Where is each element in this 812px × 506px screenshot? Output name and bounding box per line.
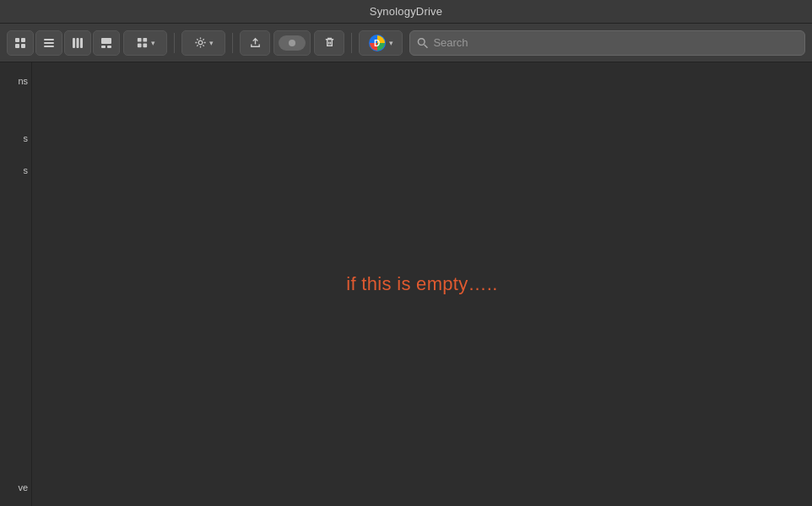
view-mode-group: [7, 30, 120, 56]
sidebar-item-2[interactable]: s: [0, 128, 31, 148]
svg-rect-5: [44, 42, 54, 44]
settings-chevron-icon: ▾: [209, 39, 214, 47]
svg-rect-16: [143, 43, 147, 47]
settings-dropdown-button[interactable]: ▾: [181, 30, 225, 56]
view-list-button[interactable]: [35, 30, 62, 56]
svg-point-23: [418, 38, 425, 45]
svg-rect-9: [80, 38, 83, 48]
svg-rect-10: [101, 38, 111, 44]
toolbar: ▾ ▾: [0, 24, 812, 62]
sidebar-item-1[interactable]: ns: [0, 71, 31, 91]
view-gallery-button[interactable]: [93, 30, 120, 56]
title-bar: SynologyDrive: [0, 0, 812, 24]
svg-rect-15: [137, 43, 141, 47]
window-title: SynologyDrive: [370, 5, 442, 18]
delete-button[interactable]: [314, 30, 344, 56]
tag-button[interactable]: [273, 30, 311, 56]
svg-rect-1: [21, 38, 25, 42]
sidebar-item-3[interactable]: s: [0, 160, 31, 180]
search-bar[interactable]: [409, 30, 805, 56]
svg-rect-14: [143, 38, 147, 42]
synology-drive-button[interactable]: D ▾: [359, 30, 403, 56]
svg-rect-7: [73, 38, 75, 48]
svg-rect-12: [107, 46, 111, 48]
toolbar-separator-2: [232, 33, 233, 53]
svg-rect-2: [15, 44, 19, 48]
svg-line-24: [425, 44, 428, 47]
search-input[interactable]: [433, 36, 798, 49]
svg-point-18: [289, 40, 295, 46]
svg-rect-8: [77, 38, 79, 48]
content-area: if this is empty…..: [32, 62, 812, 506]
search-icon: [417, 37, 428, 49]
drive-chevron-icon: ▾: [389, 39, 393, 47]
svg-rect-3: [21, 44, 25, 48]
share-button[interactable]: [240, 30, 270, 56]
main-area: ns s s ve if this is empty…..: [0, 62, 812, 506]
toolbar-separator-3: [351, 33, 352, 53]
svg-rect-11: [101, 46, 106, 48]
view-toggle-dropdown-button[interactable]: ▾: [123, 30, 167, 56]
svg-rect-4: [44, 39, 54, 40]
svg-rect-6: [44, 46, 54, 47]
view-toggle-chevron-icon: ▾: [151, 39, 155, 47]
toolbar-separator-1: [174, 33, 175, 53]
empty-message: if this is empty…..: [346, 273, 497, 295]
sidebar-item-4[interactable]: ve: [0, 477, 31, 498]
view-columns-button[interactable]: [64, 30, 91, 56]
svg-rect-0: [15, 38, 19, 42]
svg-text:D: D: [374, 39, 380, 48]
svg-rect-13: [137, 38, 141, 42]
view-grid-button[interactable]: [7, 30, 34, 56]
svg-point-17: [198, 40, 203, 45]
sidebar: ns s s ve: [0, 62, 32, 506]
